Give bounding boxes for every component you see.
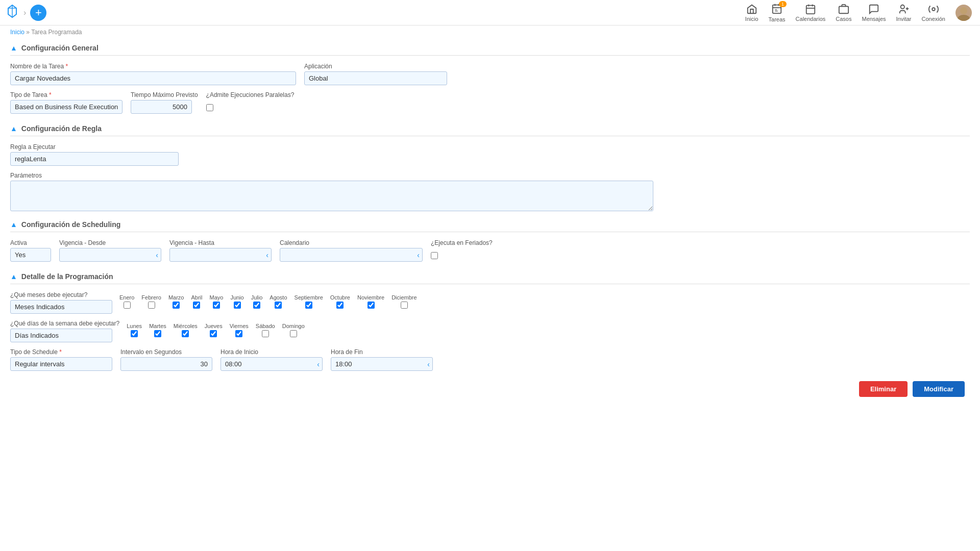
tipo-input[interactable]: [10, 100, 122, 114]
calendario-input[interactable]: [280, 248, 423, 262]
hora-fin-label: Hora de Fin: [331, 348, 433, 356]
month-noviembre-checkbox[interactable]: [368, 302, 375, 309]
nombre-label: Nombre de la Tarea *: [10, 63, 296, 70]
breadcrumb-home[interactable]: Inicio: [10, 29, 24, 36]
section-scheduling-toggle[interactable]: ▲: [10, 220, 17, 229]
month-octubre: Octubre: [330, 294, 350, 309]
general-row-1: Nombre de la Tarea * Aplicación: [10, 63, 970, 85]
month-febrero-checkbox[interactable]: [148, 302, 155, 309]
vigencia-desde-input[interactable]: [59, 248, 161, 262]
params-textarea[interactable]: [10, 181, 653, 211]
aplicacion-label: Aplicación: [304, 63, 447, 70]
tipo-schedule-input[interactable]: [10, 357, 112, 371]
tiempo-input[interactable]: [131, 100, 192, 114]
hora-inicio-group: Hora de Inicio ‹: [220, 348, 323, 371]
day-lunes: Lunes: [127, 323, 142, 337]
meses-label: ¿Qué meses debe ejecutar?: [10, 291, 112, 298]
section-general-toggle[interactable]: ▲: [10, 44, 17, 52]
activa-input[interactable]: [10, 248, 51, 262]
section-detalle-toggle[interactable]: ▲: [10, 272, 17, 281]
month-diciembre: Diciembre: [391, 294, 417, 309]
tareas-badge: 1: [779, 1, 787, 7]
section-scheduling-title: Configuración de Scheduling: [21, 220, 120, 229]
nav-mensajes[interactable]: Mensajes: [862, 4, 886, 22]
month-enero-checkbox[interactable]: [124, 302, 131, 309]
modify-button[interactable]: Modificar: [913, 381, 965, 397]
section-detalle-header: ▲ Detalle de la Programación: [10, 272, 970, 284]
delete-button[interactable]: Eliminar: [859, 381, 908, 397]
aplicacion-input[interactable]: [304, 71, 447, 85]
day-viernes: Viernes: [230, 323, 249, 337]
month-octubre-checkbox[interactable]: [336, 302, 344, 309]
nav-casos[interactable]: Casos: [836, 4, 851, 22]
month-febrero: Febrero: [141, 294, 161, 309]
day-martes-checkbox[interactable]: [154, 330, 161, 337]
section-general-header: ▲ Configuración General: [10, 44, 970, 56]
month-marzo-checkbox[interactable]: [173, 302, 180, 309]
vigencia-desde-group: Vigencia - Desde ‹: [59, 239, 161, 262]
params-group: Parámetros: [10, 172, 970, 211]
vigencia-hasta-input[interactable]: [169, 248, 272, 262]
month-julio-checkbox[interactable]: [253, 302, 260, 309]
intervalo-input[interactable]: [120, 357, 212, 371]
paralelas-checkbox-wrap: [206, 100, 295, 115]
nav-left: › +: [5, 4, 46, 21]
dias-input[interactable]: [10, 329, 112, 342]
day-sabado-checkbox[interactable]: [262, 330, 269, 337]
section-general: ▲ Configuración General Nombre de la Tar…: [10, 44, 970, 115]
month-abril-checkbox[interactable]: [193, 302, 200, 309]
feriados-label: ¿Ejecuta en Feriados?: [431, 239, 493, 246]
hora-inicio-input[interactable]: [220, 357, 323, 371]
day-domingo-checkbox[interactable]: [290, 330, 297, 337]
section-regla-toggle[interactable]: ▲: [10, 124, 17, 133]
month-junio-checkbox[interactable]: [234, 302, 241, 309]
day-lunes-checkbox[interactable]: [131, 330, 138, 337]
breadcrumb: Inicio » Tarea Programada: [0, 26, 980, 39]
nombre-input[interactable]: [10, 71, 296, 85]
day-miercoles-checkbox[interactable]: [182, 330, 189, 337]
tipo-label: Tipo de Tarea *: [10, 91, 122, 98]
month-agosto: Agosto: [270, 294, 287, 309]
hora-fin-input[interactable]: [331, 357, 433, 371]
nav-invitar[interactable]: Invitar: [896, 4, 912, 22]
day-miercoles: Miércoles: [174, 323, 198, 337]
tipo-group: Tipo de Tarea *: [10, 91, 122, 114]
nav-tareas[interactable]: 1 Tareas: [769, 3, 786, 22]
svg-point-9: [960, 7, 967, 14]
month-noviembre: Noviembre: [357, 294, 384, 309]
paralelas-checkbox[interactable]: [206, 104, 213, 111]
user-avatar[interactable]: [955, 5, 972, 21]
nav-conexion[interactable]: Conexión: [922, 4, 945, 22]
svg-point-8: [932, 8, 935, 11]
paralelas-label: ¿Admite Ejecuciones Paralelas?: [206, 91, 295, 98]
section-scheduling: ▲ Configuración de Scheduling Activa Vig…: [10, 220, 970, 263]
day-martes: Martes: [149, 323, 166, 337]
day-viernes-checkbox[interactable]: [235, 330, 242, 337]
regla-input[interactable]: [10, 152, 179, 166]
meses-row: ¿Qué meses debe ejecutar? Enero Febrero …: [10, 291, 970, 314]
day-jueves-checkbox[interactable]: [210, 330, 217, 337]
calendario-label: Calendario: [280, 239, 423, 246]
meses-input[interactable]: [10, 300, 112, 314]
nav-logo-icon[interactable]: [5, 4, 19, 21]
hora-fin-wrap: ‹: [331, 357, 433, 371]
intervalo-group: Intervalo en Segundos: [120, 348, 212, 371]
activa-group: Activa: [10, 239, 51, 262]
feriados-checkbox[interactable]: [431, 252, 438, 259]
month-diciembre-checkbox[interactable]: [401, 302, 408, 309]
nav-inicio[interactable]: Inicio: [745, 4, 758, 22]
nav-conexion-label: Conexión: [922, 16, 945, 22]
scheduling-row-1: Activa Vigencia - Desde ‹ Vigencia - Has…: [10, 239, 970, 263]
nombre-group: Nombre de la Tarea *: [10, 63, 296, 85]
month-agosto-checkbox[interactable]: [275, 302, 282, 309]
add-button[interactable]: +: [30, 5, 46, 21]
section-regla: ▲ Configuración de Regla Regla a Ejecuta…: [10, 124, 970, 211]
dias-label: ¿Qué días de la semana debe ejecutar?: [10, 320, 119, 327]
params-label: Parámetros: [10, 172, 970, 179]
hora-inicio-label: Hora de Inicio: [220, 348, 323, 356]
month-mayo-checkbox[interactable]: [213, 302, 220, 309]
params-row: Parámetros: [10, 172, 970, 211]
nav-calendarios[interactable]: Calendarios: [796, 4, 826, 22]
month-septiembre: Septiembre: [295, 294, 323, 309]
month-septiembre-checkbox[interactable]: [305, 302, 312, 309]
